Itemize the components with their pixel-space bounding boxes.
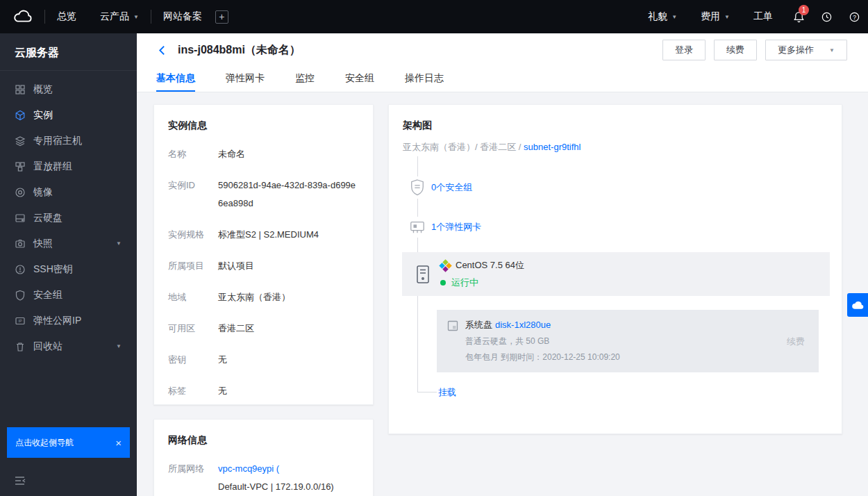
subnet-link[interactable]: subnet-gr9tifhl xyxy=(524,142,581,152)
collapse-nav-banner[interactable]: 点击收起侧导航 × xyxy=(7,427,130,458)
collapse-nav-banner-label: 点击收起侧导航 xyxy=(15,437,74,449)
disk-spec: 普通云硬盘，共 50 GB xyxy=(465,336,787,347)
eni-node: 1个弹性网卡 xyxy=(408,217,481,238)
info-row-vpc: 所属网络 vpc-mcq9eypi ( Default-VPC | 172.19… xyxy=(168,462,359,496)
disk-icon xyxy=(446,320,459,332)
nav-gift[interactable]: 礼貌▼ xyxy=(636,0,689,33)
system-disk-card[interactable]: 系统盘disk-1xl280ue 普通云硬盘，共 50 GB 包年包月 到期时间… xyxy=(437,310,819,372)
status-dot-icon xyxy=(440,280,446,286)
info-value: 5906281d-94ae-432d-839a-d699e6ea898d xyxy=(218,176,359,213)
sidebar-item-security-groups[interactable]: 安全组 xyxy=(0,282,137,308)
sidebar-item-images[interactable]: 镜像 xyxy=(0,179,137,205)
topbar: 总览 云产品▼ 网站备案 + 礼貌▼ 费用▼ 工单 1 ? xyxy=(0,0,868,33)
card-title: 网络信息 xyxy=(168,434,359,447)
info-value: 标准型S2 | S2.MEDIUM4 xyxy=(218,226,319,244)
sidebar-item-cloud-disks[interactable]: 云硬盘 xyxy=(0,205,137,231)
help-icon[interactable]: ? xyxy=(840,0,868,33)
info-value: 无 xyxy=(218,382,227,400)
sidebar-item-label: 概览 xyxy=(33,83,53,96)
host-layers-icon xyxy=(15,135,26,147)
more-actions-button[interactable]: 更多操作▼ xyxy=(765,40,847,60)
instance-icon xyxy=(15,110,26,121)
info-row-zone: 可用区 香港二区 xyxy=(168,322,359,338)
page-header: ins-j084b8mi（未命名） 登录 续费 更多操作▼ 基本信息 弹性网卡 … xyxy=(137,33,868,92)
info-value: 无 xyxy=(218,351,227,369)
sidebar-item-label: 实例 xyxy=(33,109,53,122)
os-label: CentOS 7.5 64位 xyxy=(456,259,524,272)
sidebar-item-snapshots[interactable]: 快照 ▼ xyxy=(0,231,137,256)
sidebar-item-ssh-keys[interactable]: SSH密钥 xyxy=(0,256,137,282)
info-row-ssh-key: 密钥 无 xyxy=(168,353,359,369)
ssh-key-icon xyxy=(15,264,26,275)
back-arrow-icon[interactable] xyxy=(156,44,169,56)
chevron-down-icon: ▼ xyxy=(116,343,122,349)
info-value: 未命名 xyxy=(218,145,245,163)
sidebar-item-instances[interactable]: 实例 xyxy=(0,102,137,128)
tab-eni[interactable]: 弹性网卡 xyxy=(226,67,265,92)
mount-link[interactable]: 挂载 xyxy=(438,386,456,399)
history-clock-icon[interactable] xyxy=(812,0,840,33)
feedback-float-button[interactable] xyxy=(847,293,868,317)
chevron-down-icon: ▼ xyxy=(671,14,677,20)
info-value: 亚太东南（香港） xyxy=(218,288,290,306)
notification-badge: 1 xyxy=(799,5,809,15)
disk-renew-link[interactable]: 续费 xyxy=(787,336,805,348)
nav-billing[interactable]: 费用▼ xyxy=(689,0,742,33)
architecture-card: 架构图 亚太东南（香港）/ 香港二区 / subnet-gr9tifhl 0个安… xyxy=(388,104,842,434)
status-label: 运行中 xyxy=(451,276,478,289)
sidebar-item-recycle-bin[interactable]: 回收站 ▼ xyxy=(0,333,137,359)
shield-icon xyxy=(15,290,26,301)
sidebar-item-placement-groups[interactable]: 置放群组 xyxy=(0,154,137,179)
disk-link[interactable]: disk-1xl280ue xyxy=(495,320,551,330)
nav-beian[interactable]: 网站备案 xyxy=(151,0,214,33)
nav-ticket-label: 工单 xyxy=(753,10,773,23)
notification-bell-icon[interactable]: 1 xyxy=(785,0,812,33)
instance-info-card: 实例信息 名称 未命名 实例ID 5906281d-94ae-432d-839a… xyxy=(153,104,374,405)
info-label: 所属项目 xyxy=(168,259,218,275)
tab-monitoring[interactable]: 监控 xyxy=(295,67,315,92)
nav-beian-label: 网站备案 xyxy=(163,10,202,23)
add-shortcut-icon[interactable]: + xyxy=(215,10,228,24)
security-group-link[interactable]: 0个安全组 xyxy=(431,181,472,194)
info-row-instance-type: 实例规格 标准型S2 | S2.MEDIUM4 xyxy=(168,228,359,244)
vpc-cidr: Default-VPC | 172.19.0.0/16) xyxy=(218,478,334,496)
card-title: 实例信息 xyxy=(168,119,359,132)
tab-basic-info[interactable]: 基本信息 xyxy=(156,67,195,92)
info-row-region: 地域 亚太东南（香港） xyxy=(168,290,359,306)
nav-products[interactable]: 云产品▼ xyxy=(88,0,151,33)
network-path-prefix: 亚太东南（香港）/ 香港二区 / xyxy=(403,142,524,152)
renew-button[interactable]: 续费 xyxy=(714,40,757,60)
sidebar-item-eip[interactable]: IP 弹性公网IP xyxy=(0,308,137,333)
sidebar-item-label: 置放群组 xyxy=(33,160,72,173)
sidebar-item-overview[interactable]: 概览 xyxy=(0,76,137,102)
centos-logo-icon xyxy=(439,259,451,272)
shield-icon xyxy=(408,176,426,199)
vpc-link[interactable]: vpc-mcq9eypi ( xyxy=(218,463,279,474)
info-label: 实例ID xyxy=(168,179,218,213)
close-icon[interactable]: × xyxy=(115,437,122,449)
main-content: ins-j084b8mi（未命名） 登录 续费 更多操作▼ 基本信息 弹性网卡 … xyxy=(137,33,868,496)
tencent-cloud-logo-icon[interactable] xyxy=(11,8,35,25)
eni-link[interactable]: 1个弹性网卡 xyxy=(431,221,481,233)
tree-tick xyxy=(417,392,437,392)
nav-ticket[interactable]: 工单 xyxy=(742,0,785,33)
nic-icon xyxy=(408,217,426,238)
info-row-instance-id: 实例ID 5906281d-94ae-432d-839a-d699e6ea898… xyxy=(168,179,359,213)
overview-grid-icon xyxy=(15,84,26,95)
disk-type-label: 系统盘 xyxy=(465,320,492,330)
instance-os-row[interactable]: CentOS 7.5 64位 运行中 xyxy=(402,252,830,296)
cloud-disk-icon xyxy=(15,213,26,224)
snapshot-camera-icon xyxy=(15,238,26,249)
tab-operation-logs[interactable]: 操作日志 xyxy=(405,67,444,92)
sidebar-item-dedicated-hosts[interactable]: 专用宿主机 xyxy=(0,128,137,154)
page-title: ins-j084b8mi（未命名） xyxy=(178,43,301,58)
sidebar-item-label: 安全组 xyxy=(33,289,62,301)
login-button[interactable]: 登录 xyxy=(662,40,706,60)
svg-text:IP: IP xyxy=(18,319,22,323)
tab-security-groups[interactable]: 安全组 xyxy=(345,67,374,92)
nav-overview[interactable]: 总览 xyxy=(45,0,88,33)
info-label: 地域 xyxy=(168,290,218,306)
network-info-card: 网络信息 所属网络 vpc-mcq9eypi ( Default-VPC | 1… xyxy=(153,419,374,496)
collapse-sidebar-icon[interactable] xyxy=(14,475,26,486)
status-badge: 运行中 xyxy=(440,276,524,289)
